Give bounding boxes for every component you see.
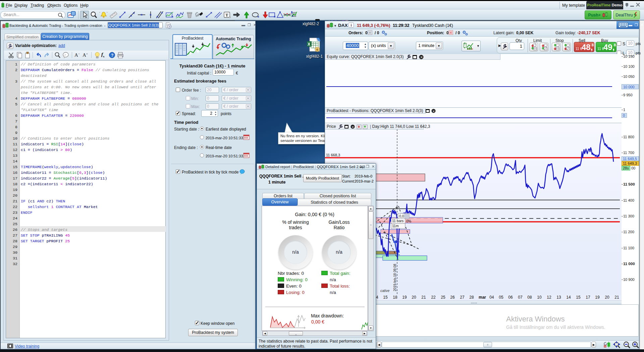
svg-text:11m: 11m bbox=[392, 224, 399, 228]
svg-text:✕: ✕ bbox=[352, 125, 354, 129]
svg-text:?: ? bbox=[111, 53, 113, 58]
svg-text:ɞ: ɞ bbox=[316, 48, 318, 51]
svg-text:X: X bbox=[308, 42, 310, 47]
svg-text:✕: ✕ bbox=[420, 55, 423, 59]
svg-text:cative: cative bbox=[380, 289, 390, 293]
svg-text:T: T bbox=[225, 12, 228, 17]
svg-text:11 668,3: 11 668,3 bbox=[326, 153, 340, 157]
svg-text:?: ? bbox=[169, 25, 170, 29]
svg-text:": " bbox=[107, 12, 108, 14]
svg-text:2019-feb-18 09:08: 2019-feb-18 09:08 bbox=[393, 264, 397, 291]
svg-text:11 bars: 11 bars bbox=[392, 219, 404, 223]
svg-text:0%: 0% bbox=[406, 219, 411, 223]
svg-text:0,0: 0,0 bbox=[399, 214, 404, 218]
svg-text://: // bbox=[64, 53, 66, 56]
svg-text:": " bbox=[99, 12, 100, 14]
svg-text:✕: ✕ bbox=[432, 110, 435, 113]
